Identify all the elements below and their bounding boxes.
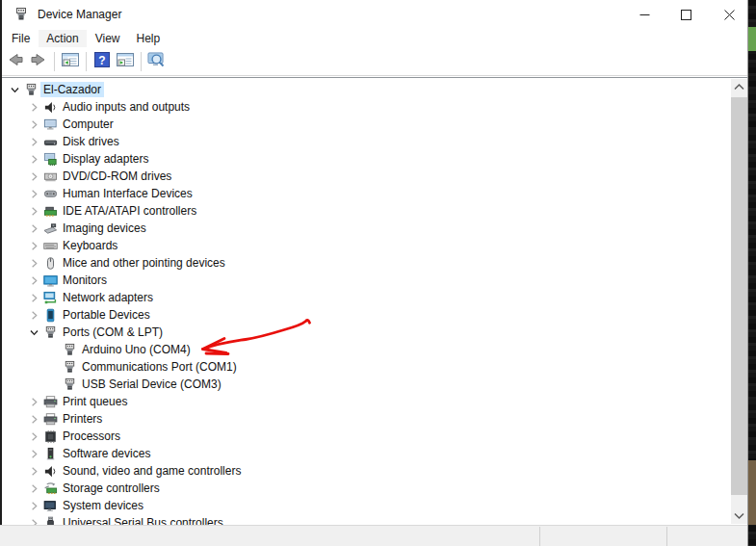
tree-item[interactable]: Printers (2, 410, 731, 428)
chevron-collapsed-icon[interactable] (25, 481, 42, 495)
tree-item[interactable]: Keyboards (2, 237, 731, 254)
tree-item[interactable]: Portable Devices (2, 306, 731, 324)
tree-item[interactable]: Processors (2, 428, 731, 445)
tree-item[interactable]: Computer (2, 116, 731, 133)
tree-item-label[interactable]: IDE ATA/ATAPI controllers (60, 203, 199, 219)
chevron-collapsed-icon[interactable] (25, 412, 42, 426)
chevron-collapsed-icon[interactable] (25, 169, 42, 183)
desktop-background (748, 0, 756, 546)
chevron-collapsed-icon[interactable] (25, 187, 42, 200)
forward-button[interactable] (28, 51, 49, 72)
tree-item[interactable]: Storage controllers (2, 480, 731, 497)
chevron-collapsed-icon[interactable] (25, 100, 42, 114)
chevron-collapsed-icon[interactable] (25, 239, 42, 252)
chevron-collapsed-icon[interactable] (25, 308, 42, 322)
chevron-collapsed-icon[interactable] (25, 152, 42, 166)
tree-item[interactable]: Monitors (2, 272, 731, 289)
back-button[interactable] (5, 51, 26, 72)
tree-item-label[interactable]: Storage controllers (60, 481, 163, 496)
chevron-collapsed-icon[interactable] (25, 447, 42, 460)
tree-item-label[interactable]: System devices (60, 498, 146, 513)
scroll-thumb[interactable] (731, 97, 747, 495)
tree-item[interactable]: DVD/CD-ROM drives (2, 168, 731, 185)
tree-item[interactable]: Network adapters (2, 289, 731, 306)
tree-item-label[interactable]: Processors (60, 429, 123, 444)
tree-item-label[interactable]: DVD/CD-ROM drives (60, 169, 174, 184)
vertical-scrollbar[interactable] (731, 79, 747, 524)
close-icon (724, 10, 735, 20)
show-hide-console-tree-button[interactable] (60, 51, 81, 72)
tree-item-label[interactable]: Print queues (60, 394, 130, 409)
chevron-collapsed-icon[interactable] (25, 117, 42, 131)
tree-item-label[interactable]: Sound, video and game controllers (60, 463, 244, 479)
titlebar[interactable]: Device Manager (2, 0, 747, 29)
tree-item[interactable]: Audio inputs and outputs (2, 98, 731, 116)
tree-item-label[interactable]: Human Interface Devices (60, 186, 196, 201)
tree-item-label[interactable]: Imaging devices (60, 221, 149, 236)
tree-item[interactable]: Arduino Uno (COM4) (2, 341, 731, 358)
tree-item[interactable]: Imaging devices (2, 220, 731, 237)
menubar: FileActionViewHelp (2, 29, 747, 48)
tree-item-label[interactable]: El-Cazador (40, 82, 104, 97)
imaging-scanner-icon (42, 221, 58, 236)
tree-item-label[interactable]: Arduino Uno (COM4) (79, 342, 194, 357)
menu-item-help[interactable]: Help (129, 30, 169, 47)
show-hide-action-pane-button[interactable] (115, 51, 136, 72)
serial-port-icon (62, 343, 77, 357)
tree-item-label[interactable]: Network adapters (60, 290, 156, 305)
chevron-collapsed-icon[interactable] (25, 135, 42, 148)
tree-item[interactable]: Sound, video and game controllers (2, 462, 731, 480)
tree-item-label[interactable]: Printers (60, 411, 105, 427)
tree-item-label[interactable]: Portable Devices (60, 307, 153, 323)
menu-item-action[interactable]: Action (39, 30, 86, 47)
maximize-button[interactable] (669, 0, 702, 29)
chevron-collapsed-icon[interactable] (25, 204, 42, 218)
tree-item-label[interactable]: Ports (COM & LPT) (60, 325, 166, 340)
menu-item-view[interactable]: View (88, 30, 128, 47)
chevron-collapsed-icon[interactable] (25, 499, 42, 512)
ide-controller-icon (42, 204, 58, 219)
tree-item[interactable]: Display adapters (2, 150, 731, 168)
tree-item-label[interactable]: Disk drives (60, 134, 122, 149)
close-button[interactable] (713, 0, 745, 29)
tree-item-label[interactable]: Audio inputs and outputs (60, 99, 193, 115)
tree-item[interactable]: Communications Port (COM1) (2, 358, 731, 376)
tree-item[interactable]: Ports (COM & LPT) (2, 324, 731, 341)
tree-item[interactable]: Disk drives (2, 133, 731, 150)
tree-item-label[interactable]: Communications Port (COM1) (79, 359, 240, 375)
chevron-collapsed-icon[interactable] (25, 273, 42, 287)
scroll-up-button[interactable] (731, 79, 747, 95)
tree-item[interactable]: Print queues (2, 393, 731, 410)
chevron-collapsed-icon[interactable] (25, 464, 42, 478)
tree-item[interactable]: IDE ATA/ATAPI controllers (2, 202, 731, 220)
tree-item-label[interactable]: Display adapters (60, 151, 151, 167)
help-button[interactable]: ? (91, 51, 113, 72)
tree-item-label[interactable]: Monitors (60, 273, 110, 288)
tree-item[interactable]: System devices (2, 497, 731, 514)
tree-item[interactable]: Human Interface Devices (2, 185, 731, 202)
chevron-collapsed-icon[interactable] (25, 395, 42, 408)
chevron-collapsed-icon[interactable] (25, 221, 42, 235)
chevron-collapsed-icon[interactable] (25, 429, 42, 443)
chevron-collapsed-icon[interactable] (25, 291, 42, 304)
display-adapter-icon (42, 152, 58, 167)
scan-for-hardware-changes-button[interactable] (146, 51, 168, 72)
processor-icon (42, 429, 58, 444)
tree-item[interactable]: USB Serial Device (COM3) (2, 376, 731, 393)
tree-item-label[interactable]: Mice and other pointing devices (60, 255, 228, 271)
tree-item-label[interactable]: USB Serial Device (COM3) (79, 377, 224, 392)
chevron-collapsed-icon[interactable] (25, 256, 42, 270)
chevron-expanded-icon[interactable] (25, 325, 42, 339)
chevron-spacer (44, 360, 62, 374)
tree-item[interactable]: Mice and other pointing devices (2, 254, 731, 272)
minimize-button[interactable] (628, 0, 661, 29)
tree-item-label[interactable]: Keyboards (60, 238, 120, 253)
tree-item-label[interactable]: Computer (60, 117, 117, 132)
chevron-expanded-icon[interactable] (6, 83, 23, 96)
tree-item[interactable]: Software devices (2, 445, 731, 462)
tree-item-label[interactable]: Software devices (60, 446, 153, 461)
toolbar-separator (54, 52, 55, 71)
tree-item[interactable]: El-Cazador (2, 81, 731, 98)
scroll-down-button[interactable] (731, 507, 747, 524)
menu-item-file[interactable]: File (4, 30, 38, 47)
